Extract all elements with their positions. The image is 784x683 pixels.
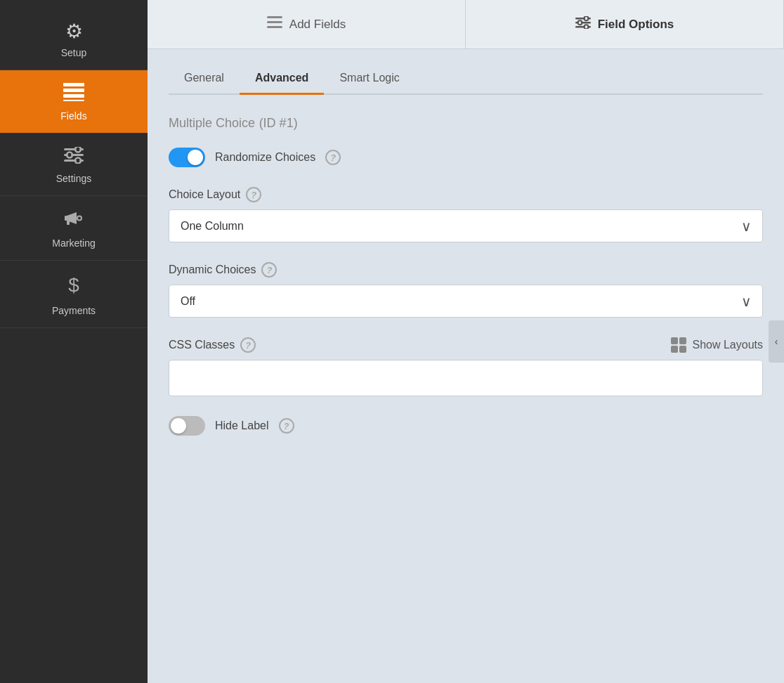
svg-point-12 bbox=[75, 158, 81, 164]
css-classes-label: CSS Classes ? bbox=[169, 337, 256, 353]
svg-point-25 bbox=[577, 20, 582, 25]
hide-label-toggle[interactable] bbox=[169, 416, 205, 436]
sidebar-item-marketing[interactable]: Marketing bbox=[0, 196, 148, 261]
show-layouts-label: Show Layouts bbox=[692, 339, 763, 351]
randomize-choices-help-icon[interactable]: ? bbox=[325, 150, 341, 165]
dynamic-choices-select-wrapper: Off Post Type Taxonomy ∨ bbox=[169, 285, 763, 318]
tab-general[interactable]: General bbox=[169, 63, 240, 95]
svg-rect-2 bbox=[63, 94, 84, 98]
svg-point-22 bbox=[584, 16, 588, 20]
svg-rect-3 bbox=[63, 100, 84, 101]
hide-label-toggle-track bbox=[169, 416, 205, 436]
svg-point-9 bbox=[67, 152, 72, 158]
sidebar-item-setup[interactable]: ⚙ Setup bbox=[0, 7, 148, 70]
field-options-label: Field Options bbox=[598, 18, 674, 32]
sidebar-item-setup-label: Setup bbox=[61, 47, 87, 58]
sidebar-item-payments[interactable]: $ Payments bbox=[0, 261, 148, 328]
svg-point-6 bbox=[75, 147, 81, 152]
top-bar: Add Fields Field Options bbox=[148, 0, 784, 49]
css-classes-help-icon[interactable]: ? bbox=[240, 337, 256, 353]
svg-rect-17 bbox=[267, 16, 282, 18]
sidebar: ⚙ Setup Fields bbox=[0, 0, 148, 683]
hide-label-row: Hide Label ? bbox=[169, 416, 763, 436]
main-panel: Add Fields Field Options bbox=[148, 0, 784, 683]
sidebar-item-fields[interactable]: Fields bbox=[0, 70, 148, 134]
grid-icon bbox=[671, 337, 686, 353]
dynamic-choices-label: Dynamic Choices ? bbox=[169, 262, 763, 278]
add-fields-label: Add Fields bbox=[289, 18, 346, 32]
choice-layout-label: Choice Layout ? bbox=[169, 187, 763, 202]
collapse-handle[interactable]: ‹ bbox=[769, 320, 784, 363]
randomize-choices-label: Randomize Choices bbox=[215, 151, 315, 164]
toggle-thumb bbox=[188, 150, 203, 165]
show-layouts-button[interactable]: Show Layouts bbox=[671, 337, 763, 353]
sub-tabs: General Advanced Smart Logic bbox=[169, 63, 763, 95]
svg-text:$: $ bbox=[68, 274, 79, 296]
css-classes-header: CSS Classes ? Show Layouts bbox=[169, 337, 763, 353]
field-options-icon bbox=[575, 16, 591, 32]
sidebar-item-fields-label: Fields bbox=[60, 110, 86, 122]
sidebar-item-settings-label: Settings bbox=[56, 173, 92, 184]
gear-icon: ⚙ bbox=[65, 20, 83, 43]
sidebar-item-settings[interactable]: Settings bbox=[0, 134, 148, 196]
field-title: Multiple Choice (ID #1) bbox=[169, 115, 763, 131]
collapse-arrow-icon: ‹ bbox=[775, 336, 778, 347]
add-fields-icon bbox=[267, 16, 282, 32]
sidebar-item-payments-label: Payments bbox=[52, 305, 96, 316]
css-classes-input[interactable] bbox=[169, 360, 763, 396]
randomize-choices-row: Randomize Choices ? bbox=[169, 148, 763, 167]
sidebar-item-marketing-label: Marketing bbox=[52, 238, 95, 249]
svg-rect-14 bbox=[67, 221, 70, 225]
svg-point-15 bbox=[77, 216, 81, 221]
tab-advanced[interactable]: Advanced bbox=[240, 63, 324, 95]
svg-rect-19 bbox=[267, 26, 282, 28]
hide-label-help-icon[interactable]: ? bbox=[279, 418, 294, 434]
svg-rect-1 bbox=[63, 89, 84, 92]
randomize-choices-toggle[interactable] bbox=[169, 148, 205, 167]
tab-field-options[interactable]: Field Options bbox=[466, 0, 784, 48]
tab-smart-logic[interactable]: Smart Logic bbox=[324, 63, 414, 95]
choice-layout-select-wrapper: One Column Two Columns Three Columns Inl… bbox=[169, 209, 763, 242]
settings-icon bbox=[64, 146, 84, 169]
svg-rect-0 bbox=[63, 83, 84, 86]
svg-rect-13 bbox=[65, 216, 67, 221]
tab-add-fields[interactable]: Add Fields bbox=[148, 0, 466, 48]
toggle-track bbox=[169, 148, 205, 167]
content-area: General Advanced Smart Logic Multiple Ch… bbox=[148, 49, 784, 683]
fields-icon bbox=[63, 83, 84, 106]
svg-rect-18 bbox=[267, 21, 282, 23]
hide-label-label: Hide Label bbox=[215, 419, 269, 432]
svg-point-28 bbox=[584, 25, 588, 29]
choice-layout-select[interactable]: One Column Two Columns Three Columns Inl… bbox=[169, 209, 763, 242]
dynamic-choices-help-icon[interactable]: ? bbox=[261, 262, 277, 278]
choice-layout-help-icon[interactable]: ? bbox=[246, 187, 261, 202]
hide-label-toggle-thumb bbox=[171, 418, 186, 434]
megaphone-icon bbox=[64, 209, 84, 233]
dynamic-choices-select[interactable]: Off Post Type Taxonomy bbox=[169, 285, 763, 318]
payments-icon: $ bbox=[65, 273, 82, 301]
